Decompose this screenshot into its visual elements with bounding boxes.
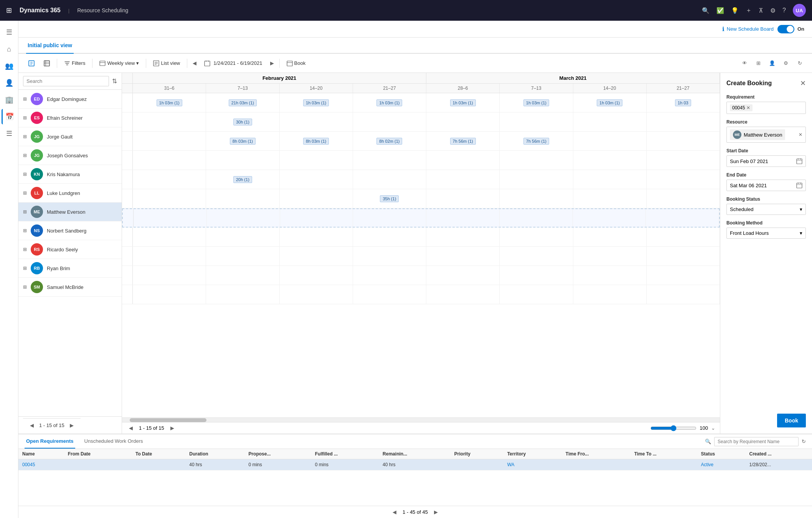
grid-icon[interactable]: ⊞	[6, 6, 12, 15]
cal-cell[interactable]	[573, 170, 647, 189]
cal-cell[interactable]	[647, 170, 720, 189]
cal-cell[interactable]	[353, 247, 426, 266]
resource-item[interactable]: ⊞ KN Kris Nakamura	[18, 165, 122, 184]
hamburger-icon[interactable]: ☰	[2, 25, 17, 40]
cal-cell[interactable]	[573, 266, 647, 285]
sort-icon[interactable]: ⇅	[112, 78, 117, 85]
cal-cell[interactable]	[426, 266, 500, 285]
cal-cell[interactable]: 1h 03	[647, 93, 720, 112]
cal-cell[interactable]	[133, 285, 206, 304]
cal-cell[interactable]	[500, 266, 573, 285]
expand-icon[interactable]: ⊞	[23, 228, 27, 233]
cal-cell[interactable]	[134, 209, 207, 227]
cal-cell[interactable]	[133, 170, 206, 189]
help-icon[interactable]: ?	[782, 7, 786, 14]
cal-cell[interactable]	[133, 228, 206, 246]
cal-cell[interactable]	[500, 228, 573, 246]
cal-cell[interactable]	[426, 170, 500, 189]
booking-status-select[interactable]: Scheduled ▾	[726, 204, 806, 215]
status-link[interactable]: Active	[701, 462, 714, 467]
cal-cell[interactable]: 1h 03m (1)	[133, 93, 206, 112]
expand-icon[interactable]: ⊞	[23, 190, 27, 196]
people-icon[interactable]: 👥	[2, 58, 17, 74]
calendar-icon[interactable]: 📅	[2, 109, 17, 124]
cal-cell[interactable]	[500, 209, 573, 227]
cal-cell[interactable]	[280, 266, 353, 285]
weekly-view-button[interactable]: Weekly view ▾	[96, 59, 143, 68]
resource-item[interactable]: ⊞ ES Efrain Schreiner	[18, 109, 122, 127]
cal-cell[interactable]	[426, 285, 500, 304]
cal-cell[interactable]: 1h 03m (1)	[426, 93, 500, 112]
zoom-slider[interactable]	[650, 425, 696, 431]
expand-icon[interactable]: ⊞	[23, 153, 27, 158]
cal-cell[interactable]	[647, 189, 720, 208]
cal-cell[interactable]	[280, 209, 353, 227]
cal-cell[interactable]	[426, 189, 500, 208]
cal-cell[interactable]	[280, 151, 353, 170]
filter-icon[interactable]: ⊼	[759, 7, 763, 14]
cal-cell[interactable]	[353, 112, 426, 131]
cal-cell[interactable]	[647, 151, 720, 170]
cal-cell[interactable]	[500, 170, 573, 189]
expand-icon[interactable]: ⊞	[23, 134, 27, 139]
cal-cell[interactable]	[500, 151, 573, 170]
resource-item[interactable]: ⊞ RS Ricardo Seely	[18, 240, 122, 259]
cal-cell[interactable]	[206, 247, 279, 266]
new-schedule-toggle[interactable]	[777, 25, 794, 33]
refresh-icon-btn[interactable]: ↻	[794, 57, 806, 69]
table-next-arrow[interactable]: ▶	[432, 508, 440, 516]
cal-cell[interactable]	[573, 285, 647, 304]
cal-cell[interactable]: 8h 03m (1)	[280, 132, 353, 150]
cal-cell[interactable]: 21h 03m (1)	[206, 93, 279, 112]
cal-cell[interactable]	[206, 228, 279, 246]
cal-cell[interactable]	[206, 266, 279, 285]
cal-next-arrow[interactable]: ▶	[168, 424, 177, 432]
cal-cell[interactable]	[646, 209, 719, 227]
prev-page-arrow[interactable]: ◀	[28, 422, 36, 429]
resource-item[interactable]: ⊞ ED Edgar Dominguez	[18, 90, 122, 109]
cal-cell[interactable]	[280, 247, 353, 266]
check-circle-icon[interactable]: ✅	[716, 7, 724, 14]
cal-cell[interactable]: 1h 03m (1)	[280, 93, 353, 112]
cal-cell[interactable]	[573, 247, 647, 266]
contacts-icon[interactable]: 👤	[2, 75, 17, 91]
cal-cell[interactable]	[133, 247, 206, 266]
cal-cell[interactable]	[647, 285, 720, 304]
cal-cell[interactable]	[133, 266, 206, 285]
cal-cell[interactable]	[573, 151, 647, 170]
expand-icon[interactable]: ⊞	[23, 284, 27, 290]
cal-cell[interactable]	[133, 112, 206, 131]
filters-button[interactable]: Filters	[60, 59, 89, 68]
user-avatar[interactable]: UA	[793, 4, 806, 17]
requirement-tag-close[interactable]: ✕	[746, 105, 750, 111]
resource-item[interactable]: ⊞ ME Matthew Everson	[18, 203, 122, 221]
list-view-button[interactable]: List view	[149, 59, 184, 68]
columns-icon-btn[interactable]: ⊞	[752, 57, 764, 69]
cal-cell[interactable]	[500, 247, 573, 266]
home-icon[interactable]: ⌂	[2, 41, 17, 57]
close-icon[interactable]: ✕	[800, 79, 806, 87]
expand-icon[interactable]: ⊞	[23, 209, 27, 214]
cal-cell[interactable]	[206, 189, 279, 208]
start-date-input[interactable]: Sun Feb 07 2021	[726, 155, 806, 167]
cal-cell[interactable]: 35h (1)	[353, 189, 426, 208]
cal-cell[interactable]	[647, 247, 720, 266]
booking-method-select[interactable]: Front Load Hours ▾	[726, 228, 806, 239]
search-input[interactable]	[23, 76, 109, 86]
cal-cell[interactable]	[206, 285, 279, 304]
eye-icon-btn[interactable]: 👁	[738, 57, 751, 69]
tab-open-requirements[interactable]: Open Requirements	[25, 434, 75, 449]
settings-icon[interactable]: ⚙	[770, 7, 776, 14]
requirement-input[interactable]: 00045 ✕	[726, 102, 806, 114]
cal-cell[interactable]	[133, 189, 206, 208]
cal-cell[interactable]	[573, 209, 646, 227]
cal-cell[interactable]	[280, 285, 353, 304]
book-action-button[interactable]: Book	[777, 414, 806, 427]
cal-cell[interactable]	[647, 228, 720, 246]
cal-cell[interactable]: 7h 56m (1)	[500, 132, 573, 150]
cal-cell[interactable]	[426, 228, 500, 246]
resource-item[interactable]: ⊞ JG Joseph Gonsalves	[18, 146, 122, 165]
lightbulb-icon[interactable]: 💡	[731, 7, 739, 14]
plus-icon[interactable]: ＋	[746, 7, 752, 15]
table-view-button[interactable]	[40, 59, 54, 68]
